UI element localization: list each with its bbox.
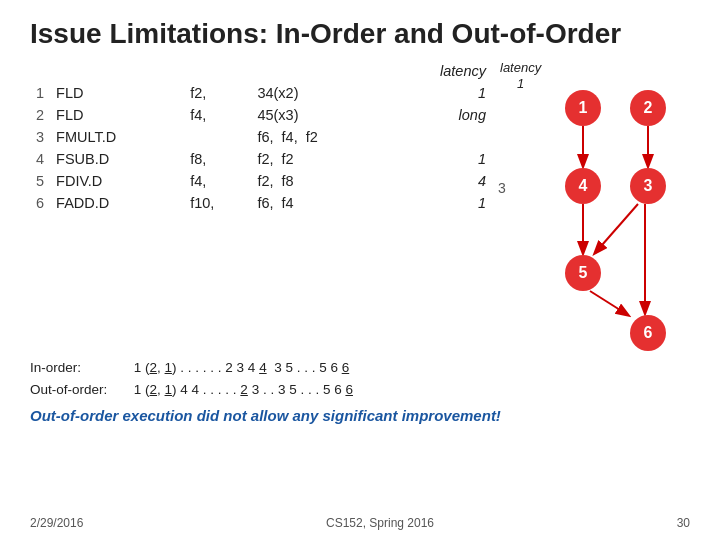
graph-node-1: 1 (565, 90, 601, 126)
graph-node-4: 4 (565, 168, 601, 204)
conclusion-text: Out-of-order execution did not allow any… (30, 407, 690, 424)
row3-label: 3 (498, 180, 506, 196)
col-num-header (30, 60, 50, 82)
footer-date: 2/29/2016 (30, 516, 83, 530)
inorder-label: In-order: (30, 358, 130, 378)
graph-node-3: 3 (630, 168, 666, 204)
instruction-table: latency 1 FLD f2, 34(x2) 1 2 FLD f4, (30, 60, 490, 214)
table-row: 5 FDIV.D f4, f2, f8 4 (30, 170, 490, 192)
graph-node-6: 6 (630, 315, 666, 351)
latency-column-header: latency (386, 60, 490, 82)
table-row: 6 FADD.D f10, f6, f4 1 (30, 192, 490, 214)
inorder-line: In-order: 1 (2, 1) . . . . . . 2 3 4 4 3… (30, 358, 690, 378)
footer-course: CS152, Spring 2016 (326, 516, 434, 530)
svg-line-2 (595, 204, 638, 253)
instruction-table-area: latency 1 FLD f2, 34(x2) 1 2 FLD f4, (30, 60, 490, 350)
outoforder-label: Out-of-order: (30, 380, 130, 400)
table-row: 2 FLD f4, 45(x3) long (30, 104, 490, 126)
table-row: 3 FMULT.D f6, f4, f2 (30, 126, 490, 148)
footer: 2/29/2016 CS152, Spring 2016 30 (30, 516, 690, 530)
graph-latency-label: latency 1 (500, 60, 541, 91)
header-row: latency (30, 60, 490, 82)
table-row: 1 FLD f2, 34(x2) 1 (30, 82, 490, 104)
graph-node-5: 5 (565, 255, 601, 291)
svg-line-5 (590, 291, 628, 315)
outoforder-line: Out-of-order: 1 (2, 1) 4 4 . . . . . 2 3… (30, 380, 690, 400)
dependency-graph: latency 1 (490, 60, 690, 350)
table-row: 4 FSUB.D f8, f2, f2 1 (30, 148, 490, 170)
bottom-section: In-order: 1 (2, 1) . . . . . . 2 3 4 4 3… (30, 358, 690, 424)
slide-title: Issue Limitations: In-Order and Out-of-O… (30, 18, 690, 50)
graph-node-2: 2 (630, 90, 666, 126)
footer-page: 30 (677, 516, 690, 530)
